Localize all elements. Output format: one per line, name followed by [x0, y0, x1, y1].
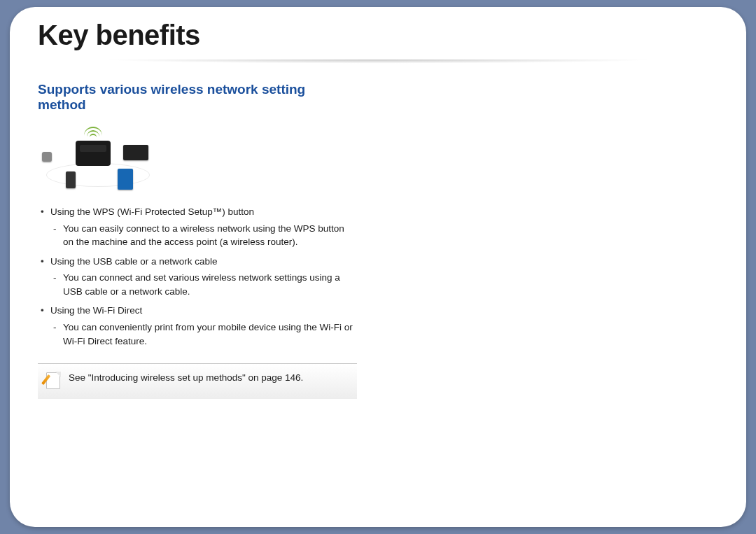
bullet-sub: You can conveniently print from your mob…	[63, 322, 353, 346]
bullet-head: Using the Wi-Fi Direct	[50, 305, 142, 316]
list-subitem: You can easily connect to a wireless net…	[50, 222, 357, 249]
page-title: Key benefits	[38, 15, 718, 59]
list-item: Using the USB cable or a network cable Y…	[38, 255, 357, 299]
list-subitem: You can conveniently print from your mob…	[50, 321, 357, 348]
section-subhead: Supports various wireless network settin…	[38, 82, 357, 113]
list-item: Using the WPS (Wi-Fi Protected Setup™) b…	[38, 205, 357, 249]
bullet-sub: You can connect and set various wireless…	[63, 272, 340, 297]
document-page: Key benefits Supports various wireless n…	[10, 7, 746, 527]
wireless-devices-illustration	[42, 128, 154, 191]
list-item: Using the Wi-Fi Direct You can convenien…	[38, 304, 357, 348]
title-divider	[24, 59, 732, 69]
bullet-sub: You can easily connect to a wireless net…	[63, 223, 344, 248]
list-subitem: You can connect and set various wireless…	[50, 271, 357, 298]
note-text: See "Introducing wireless set up methods…	[69, 372, 303, 383]
note-icon	[46, 372, 60, 389]
left-column: Supports various wireless network settin…	[38, 79, 378, 399]
content-columns: Supports various wireless network settin…	[38, 79, 718, 399]
title-wrap: Key benefits	[38, 15, 718, 69]
note-box: See "Introducing wireless set up methods…	[38, 363, 357, 399]
right-column	[378, 79, 718, 399]
bullet-head: Using the USB cable or a network cable	[50, 256, 218, 267]
bullet-list: Using the WPS (Wi-Fi Protected Setup™) b…	[38, 205, 357, 348]
bullet-head: Using the WPS (Wi-Fi Protected Setup™) b…	[50, 206, 254, 217]
